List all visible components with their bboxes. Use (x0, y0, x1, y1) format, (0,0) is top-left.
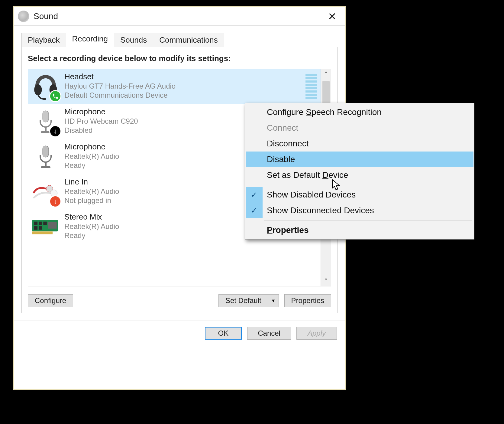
svg-point-0 (34, 84, 42, 95)
context-menu-item[interactable]: Set as Default Device (246, 167, 473, 183)
svg-rect-8 (41, 166, 50, 168)
phone-badge-icon (49, 90, 61, 102)
device-sub2: Default Communications Device (64, 91, 176, 99)
device-name: Line In (64, 177, 119, 187)
svg-rect-7 (45, 162, 47, 166)
ok-button[interactable]: OK (205, 327, 242, 340)
microphone-icon: ↓ (31, 107, 60, 136)
context-menu-item[interactable]: Configure Speech Recognition (246, 104, 473, 120)
context-menu-label: Properties (267, 225, 309, 235)
device-sub1: Realtek(R) Audio (64, 187, 119, 196)
dialog-title: Sound (34, 11, 323, 21)
context-menu-label: Show Disconnected Devices (267, 206, 374, 215)
speaker-icon (18, 11, 29, 22)
context-menu-item[interactable]: ✓Show Disabled Devices (246, 187, 473, 203)
context-menu-separator (264, 185, 472, 185)
down-arrow-badge-icon: ↓ (49, 195, 61, 207)
line-in-icon: ↓ (31, 177, 60, 206)
device-sub1: Realtek(R) Audio (64, 222, 119, 231)
svg-rect-6 (43, 146, 49, 157)
tab-playback[interactable]: Playback (21, 33, 66, 47)
tab-row: Playback Recording Sounds Communications (21, 29, 338, 47)
lower-button-row: Configure Set Default ▾ Properties (28, 294, 331, 307)
title-bar: Sound ✕ (14, 7, 345, 26)
svg-rect-16 (39, 226, 42, 230)
properties-button[interactable]: Properties (284, 294, 331, 307)
svg-rect-17 (48, 222, 57, 229)
svg-rect-12 (34, 222, 38, 225)
device-sub1: Realtek(R) Audio (64, 152, 119, 161)
device-sub2: Not plugged in (64, 196, 119, 205)
check-icon: ✓ (246, 187, 263, 203)
device-name: Stereo Mix (64, 212, 119, 222)
device-name: Microphone (64, 142, 119, 152)
device-sub2: Ready (64, 231, 119, 240)
configure-button[interactable]: Configure (28, 294, 73, 307)
tab-sounds[interactable]: Sounds (114, 33, 153, 47)
svg-rect-3 (43, 111, 49, 122)
context-menu-label: Set as Default Device (267, 170, 348, 180)
set-default-button[interactable]: Set Default (218, 294, 268, 307)
context-menu-separator (264, 220, 472, 220)
context-menu-item: Connect (246, 120, 473, 136)
context-menu-item[interactable]: Disable (246, 152, 473, 167)
svg-rect-18 (32, 231, 53, 234)
context-menu-label: Connect (267, 123, 298, 133)
svg-rect-14 (43, 222, 47, 225)
context-menu-item[interactable]: ✓Show Disconnected Devices (246, 203, 473, 218)
device-sub2: Disabled (64, 126, 138, 135)
close-button[interactable]: ✕ (323, 7, 341, 25)
close-icon: ✕ (328, 10, 336, 22)
apply-button[interactable]: Apply (296, 327, 337, 340)
context-menu: Configure Speech RecognitionConnectDisco… (245, 103, 474, 240)
cancel-button[interactable]: Cancel (247, 327, 291, 340)
svg-rect-13 (39, 222, 42, 225)
dialog-footer: OK Cancel Apply (14, 321, 345, 346)
svg-rect-15 (34, 226, 38, 230)
device-name: Microphone (64, 107, 138, 116)
tab-communications[interactable]: Communications (153, 33, 224, 47)
device-sub1: Haylou GT7 Hands-Free AG Audio (64, 82, 176, 90)
set-default-split-button[interactable]: Set Default ▾ (218, 294, 279, 307)
microphone-icon (31, 142, 60, 171)
svg-point-2 (43, 98, 46, 100)
device-sub1: HD Pro Webcam C920 (64, 117, 138, 126)
svg-rect-4 (45, 127, 47, 131)
context-menu-item[interactable]: Disconnect (246, 136, 473, 152)
scroll-down-button[interactable]: ˅ (321, 276, 331, 286)
sound-card-icon (31, 212, 60, 241)
tab-recording[interactable]: Recording (66, 31, 115, 47)
set-default-dropdown[interactable]: ▾ (268, 294, 279, 307)
context-menu-item[interactable]: Properties (246, 222, 473, 238)
down-arrow-badge-icon: ↓ (49, 125, 61, 137)
instruction-text: Select a recording device below to modif… (28, 54, 331, 63)
headset-icon (31, 72, 60, 101)
device-row-headset[interactable]: Headset Haylou GT7 Hands-Free AG Audio D… (28, 69, 321, 104)
level-meter (305, 72, 317, 101)
scroll-up-button[interactable]: ˄ (321, 69, 331, 79)
device-sub2: Ready (64, 161, 119, 170)
context-menu-label: Disconnect (267, 139, 309, 148)
context-menu-label: Show Disabled Devices (267, 190, 356, 200)
check-icon: ✓ (246, 203, 263, 218)
context-menu-label: Configure Speech Recognition (267, 107, 382, 117)
context-menu-label: Disable (267, 155, 295, 164)
device-name: Headset (64, 72, 176, 81)
